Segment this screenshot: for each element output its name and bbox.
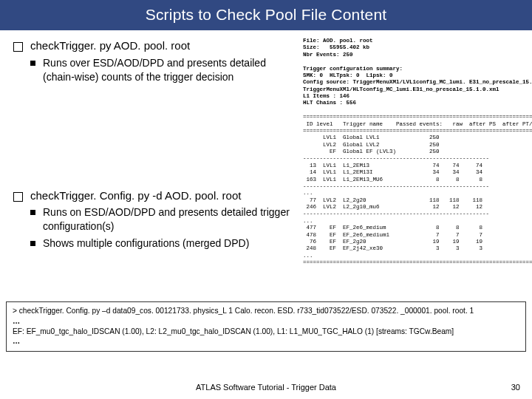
content-area: checkTrigger. py AOD. pool. root Runs ov… bbox=[0, 30, 532, 266]
item-2-sub-2: Shows multiple configurations (merged DP… bbox=[43, 236, 249, 250]
ellipsis-icon: ... bbox=[303, 190, 313, 196]
table-row: 248 EF EF_2j42_xe30 3 3 3 bbox=[303, 245, 482, 251]
table-row: 477 EF EF_2e6_medium 8 8 8 bbox=[303, 225, 482, 231]
table-row: 163 LVL1 L1_2EM13_MU6 8 8 8 bbox=[303, 177, 482, 183]
terminal-output: File: AOD. pool. root Size: 55955.402 kb… bbox=[303, 36, 523, 266]
command-example-box: > checkTrigger. Config. py –d data09_cos… bbox=[6, 301, 526, 352]
item-2-command: checkTrigger. Config. py -d AOD. pool. r… bbox=[30, 189, 299, 203]
cmd-line-1: > checkTrigger. Config. py –d data09_cos… bbox=[13, 306, 519, 316]
table-row: 13 LVL1 L1_2EM13 74 74 74 bbox=[303, 163, 482, 168]
cmd-ellipsis-2: … bbox=[13, 336, 519, 347]
checkbox-icon bbox=[13, 42, 23, 52]
out-cfg-3: TriggerMenuXMl/HLTconfig_MC_lumi.E31_no_… bbox=[303, 86, 499, 92]
list-item: Runs over ESD/AOD/DPD and presents detai… bbox=[30, 56, 299, 84]
table-row: EF Global EF (LVL3) 250 bbox=[303, 149, 440, 154]
cmd-ellipsis-1: … bbox=[13, 316, 519, 327]
ellipsis-icon: ... bbox=[303, 253, 313, 259]
checkbox-icon bbox=[13, 192, 23, 202]
item-1-command: checkTrigger. py AOD. pool. root bbox=[30, 39, 299, 53]
table-row: 478 EF EF_2e6_medium1 7 7 7 bbox=[303, 232, 482, 238]
list-item: Runs on ESD/AOD/DPD and presents detaile… bbox=[30, 205, 299, 233]
item-2: checkTrigger. Config. py -d AOD. pool. r… bbox=[13, 189, 299, 250]
out-cfg-4: L1 Items : 146 bbox=[303, 93, 349, 99]
item-1-sub-1: Runs over ESD/AOD/DPD and presents detai… bbox=[43, 56, 299, 84]
slide-title: Scripts to Check Pool File Content bbox=[0, 0, 532, 30]
out-size: Size: 55955.402 kb bbox=[303, 44, 369, 50]
cmd-line-2: EF: EF_mu0_tgc_halo_IDSCAN (1.00), L2: L… bbox=[13, 327, 519, 337]
item-1: checkTrigger. py AOD. pool. root Runs ov… bbox=[13, 39, 299, 84]
out-events: Nbr Events: 250 bbox=[303, 52, 353, 58]
table-header: ID level Trigger name Passed events: raw… bbox=[303, 121, 532, 127]
out-file: File: AOD. pool. root bbox=[303, 38, 373, 44]
square-bullet-icon bbox=[30, 241, 35, 246]
item-2-sub-1: Runs on ESD/AOD/DPD and presents detaile… bbox=[43, 205, 299, 233]
footer-text: ATLAS Software Tutorial - Trigger Data bbox=[0, 383, 532, 392]
out-cfg-5: HLT Chains : 556 bbox=[303, 100, 356, 106]
table-row: 76 EF EF_2g20 19 19 19 bbox=[303, 239, 482, 245]
table-row: 14 LVL1 L1_2EM13I 34 34 34 bbox=[303, 169, 482, 175]
list-item: Shows multiple configurations (merged DP… bbox=[30, 236, 299, 250]
square-bullet-icon bbox=[30, 210, 35, 215]
page-number: 30 bbox=[511, 383, 520, 392]
left-column: checkTrigger. py AOD. pool. root Runs ov… bbox=[13, 36, 303, 266]
square-bullet-icon bbox=[30, 61, 35, 66]
table-row: LVL2 Global LVL2 250 bbox=[303, 142, 440, 148]
out-cfg-1: SMK: 0 HLTpsk: 0 L1psk: 0 bbox=[303, 72, 393, 78]
table-row: 77 LVL2 L2_2g20 118 118 118 bbox=[303, 197, 482, 203]
out-cfg-2: Config source: TriggerMenuXMl/LVL1config… bbox=[303, 79, 532, 85]
table-row: 246 LVL2 L2_2g10_mu6 12 12 12 bbox=[303, 204, 482, 210]
out-cfg-0: Trigger configuration summary: bbox=[303, 66, 403, 72]
ellipsis-icon: ... bbox=[303, 218, 313, 224]
table-row: LVL1 Global LVL1 250 bbox=[303, 134, 440, 140]
